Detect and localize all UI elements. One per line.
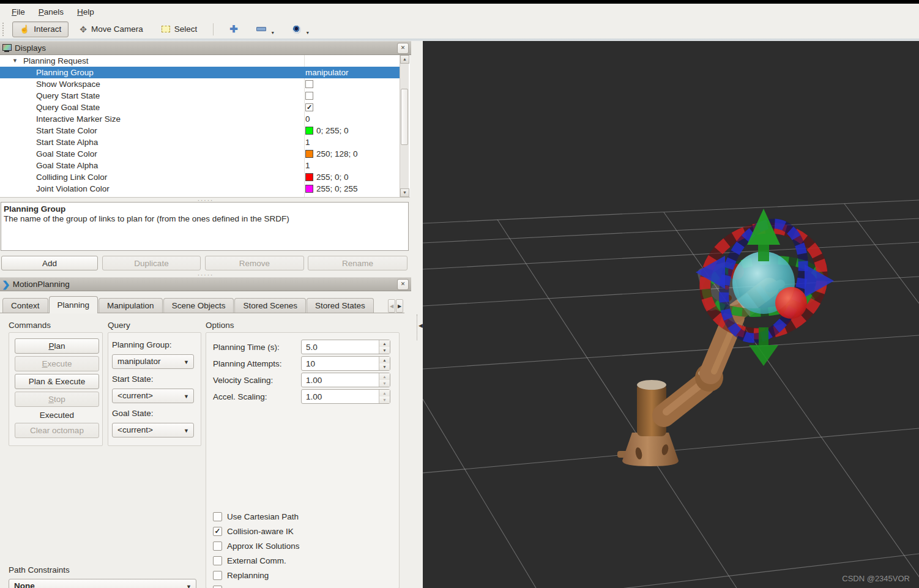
use-cartesian-path-option[interactable]: Use Cartesian Path [213, 512, 299, 521]
tab-planning[interactable]: Planning [49, 296, 99, 313]
tree-row-show-workspace[interactable]: Show Workspace [0, 78, 400, 90]
tree-row-joint-violation-color[interactable]: Joint Violation Color 255; 0; 255 [0, 183, 400, 195]
motion-planning-close-button[interactable]: ✕ [397, 279, 409, 290]
tab-scene-objects[interactable]: Scene Objects [163, 298, 234, 313]
path-constraints-combo[interactable]: None▼ [9, 579, 196, 588]
tab-context[interactable]: Context [2, 298, 48, 313]
tree-row-colliding-link-color[interactable]: Colliding Link Color 255; 0; 0 [0, 171, 400, 183]
menu-file[interactable]: File [5, 6, 32, 18]
spin-up-icon[interactable]: ▲ [379, 357, 390, 363]
checkbox-icon[interactable] [213, 541, 222, 551]
select-tool-button[interactable]: Select [154, 21, 205, 37]
color-swatch [305, 127, 313, 135]
drag-sphere[interactable] [775, 287, 807, 319]
tab-scroll-right-icon[interactable]: ▶ [396, 299, 403, 313]
spin-down-icon[interactable]: ▼ [379, 396, 390, 403]
toolbar-separator [213, 23, 214, 35]
help-title: Planning Group [4, 204, 406, 214]
menu-panels[interactable]: Panels [32, 6, 70, 18]
interact-tool-button[interactable]: ☝ Interact [12, 21, 69, 37]
displays-titlebar[interactable]: Displays ✕ [0, 41, 411, 55]
panel-splitter[interactable] [417, 314, 418, 340]
tree-row-planning-group[interactable]: Planning Group manipulator [0, 67, 400, 78]
spin-up-icon[interactable]: ▲ [379, 373, 390, 380]
checkbox-icon[interactable] [213, 512, 222, 521]
remove-tool-button[interactable]: ▾ [249, 21, 281, 37]
tree-row-goal-state-color[interactable]: Goal State Color 250; 128; 0 [0, 148, 400, 160]
tab-stored-states[interactable]: Stored States [307, 298, 374, 313]
checkbox-checked-icon[interactable]: ✓ [213, 527, 222, 536]
partial-option[interactable] [213, 585, 222, 588]
move-camera-label: Move Camera [91, 24, 143, 34]
move-camera-tool-button[interactable]: ✥ Move Camera [72, 21, 151, 37]
plan-button[interactable]: Plan [15, 338, 99, 354]
render-viewport[interactable]: CSDN @2345VOR [423, 41, 919, 588]
accel-scaling-input[interactable] [302, 390, 383, 403]
collapse-panel-icon[interactable]: ◀ [419, 322, 423, 329]
tool-properties-button[interactable]: ▾ [285, 21, 316, 37]
motion-planning-titlebar[interactable]: ❯ MotionPlanning ✕ [0, 277, 411, 291]
spin-up-icon[interactable]: ▲ [379, 390, 390, 396]
add-tool-button[interactable]: ✚ [222, 21, 245, 37]
query-section-label: Query [108, 321, 130, 330]
tree-group-planning-request[interactable]: ▼ Planning Request [0, 55, 400, 67]
collision-aware-ik-option[interactable]: ✓Collision-aware IK [213, 526, 294, 536]
spinner-buttons[interactable]: ▲▼ [379, 340, 390, 354]
toolbar-drag-handle[interactable] [2, 23, 7, 36]
tree-row-start-state-alpha[interactable]: Start State Alpha 1 [0, 136, 400, 148]
hand-icon: ☝ [20, 25, 29, 33]
collapse-triangle-icon[interactable]: ▼ [12, 55, 18, 67]
execute-button[interactable]: Execute [15, 356, 99, 371]
tree-row-goal-state-alpha[interactable]: Goal State Alpha 1 [0, 160, 400, 171]
displays-close-button[interactable]: ✕ [397, 43, 409, 54]
replanning-option[interactable]: Replanning [213, 570, 269, 580]
z-arrow-up[interactable] [747, 209, 780, 261]
tree-row-interactive-marker-size[interactable]: Interactive Marker Size 0 [0, 113, 400, 125]
planning-time-input[interactable] [302, 340, 383, 354]
spin-up-icon[interactable]: ▲ [379, 340, 390, 347]
scroll-up-icon[interactable]: ▲ [400, 55, 409, 64]
tab-scroll-left-icon[interactable]: ◀ [388, 299, 395, 313]
select-label: Select [174, 24, 198, 34]
planning-group-combo[interactable]: manipulator▼ [112, 354, 194, 369]
tree-row-query-goal-state[interactable]: Query Goal State ✓ [0, 102, 400, 113]
tree-scrollbar[interactable]: ▲ ▼ [400, 55, 409, 197]
tab-stored-scenes[interactable]: Stored Scenes [234, 298, 306, 313]
spin-down-icon[interactable]: ▼ [379, 347, 390, 354]
start-state-combo[interactable]: <current>▼ [112, 389, 194, 403]
goal-state-combo[interactable]: <current>▼ [112, 423, 194, 437]
help-description: The name of the group of links to plan f… [4, 214, 406, 223]
spinner-buttons[interactable]: ▲▼ [379, 373, 390, 387]
checkbox-icon[interactable] [213, 556, 222, 565]
menu-help[interactable]: Help [70, 6, 101, 18]
tree-row-query-start-state[interactable]: Query Start State [0, 90, 400, 102]
scroll-down-icon[interactable]: ▼ [400, 188, 409, 197]
stop-button[interactable]: Stop [15, 392, 99, 407]
query-start-state-checkbox[interactable] [305, 92, 313, 100]
query-goal-state-checkbox[interactable]: ✓ [305, 103, 313, 111]
external-comm-option[interactable]: External Comm. [213, 556, 286, 565]
rename-display-button[interactable]: Rename [308, 256, 407, 270]
spinner-buttons[interactable]: ▲▼ [379, 390, 390, 403]
add-display-button[interactable]: Add [1, 256, 98, 270]
tree-row-start-state-color[interactable]: Start State Color 0; 255; 0 [0, 125, 400, 136]
scrollbar-thumb[interactable] [401, 89, 408, 145]
show-workspace-checkbox[interactable] [305, 80, 313, 88]
chevron-down-icon: ▾ [307, 30, 309, 35]
spin-down-icon[interactable]: ▼ [379, 380, 390, 387]
planning-attempts-input[interactable] [302, 357, 383, 370]
velocity-scaling-input[interactable] [302, 373, 383, 387]
planning-attempts-spinbox: ▲▼ [301, 356, 390, 371]
duplicate-display-button[interactable]: Duplicate [102, 256, 201, 270]
approx-ik-solutions-option[interactable]: Approx IK Solutions [213, 541, 300, 551]
remove-display-button[interactable]: Remove [205, 256, 304, 270]
plan-and-execute-button[interactable]: Plan & Execute [15, 374, 99, 389]
spin-down-icon[interactable]: ▼ [379, 363, 390, 370]
tab-manipulation[interactable]: Manipulation [99, 298, 163, 313]
select-box-icon [162, 26, 170, 32]
spinner-buttons[interactable]: ▲▼ [379, 357, 390, 370]
checkbox-icon[interactable] [213, 571, 222, 580]
clear-octomap-button[interactable]: Clear octomap [15, 423, 99, 438]
rviz-window: File Panels Help ☝ Interact ✥ Move Camer… [0, 0, 919, 588]
checkbox-icon[interactable] [213, 586, 222, 588]
